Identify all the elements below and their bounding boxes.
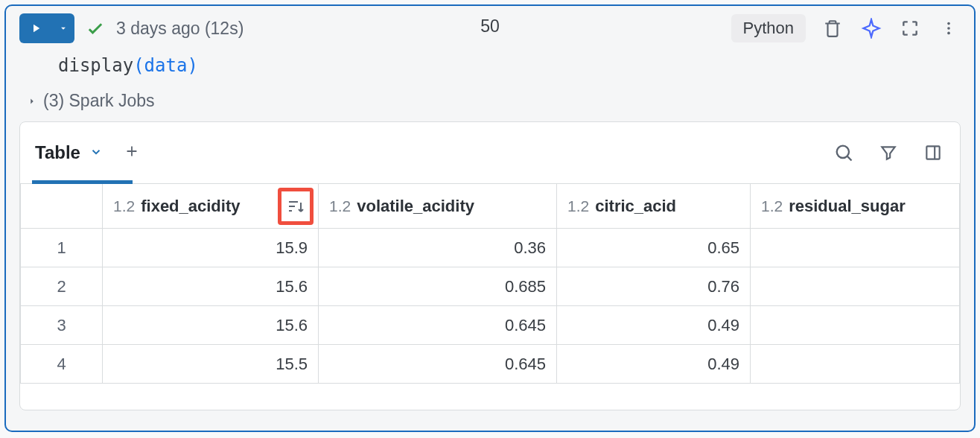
row-number: 4 <box>21 345 103 384</box>
search-button[interactable] <box>832 141 856 165</box>
svg-point-0 <box>947 22 950 25</box>
run-dropdown-button[interactable] <box>52 13 74 43</box>
output-panel: Table <box>19 121 961 410</box>
column-name: citric_acid <box>595 197 676 216</box>
filter-button[interactable] <box>876 141 900 165</box>
spark-jobs-label: (3) Spark Jobs <box>43 91 155 111</box>
cell-value[interactable] <box>751 267 960 306</box>
cell-value[interactable] <box>751 229 960 267</box>
table-row[interactable]: 3 15.6 0.645 0.49 <box>21 306 960 345</box>
cell-value[interactable]: 0.65 <box>557 229 751 267</box>
panel-icon <box>923 143 943 162</box>
expand-icon <box>900 19 920 38</box>
more-button[interactable] <box>937 16 961 40</box>
toolbar-right: Python <box>731 14 961 42</box>
cell-number: 50 <box>480 16 500 36</box>
chevron-down-icon <box>89 145 103 159</box>
column-header-volatile-acidity[interactable]: 1.2 volatile_acidity <box>319 184 557 229</box>
type-badge: 1.2 <box>329 197 351 215</box>
cell-value[interactable]: 15.6 <box>103 267 319 306</box>
search-icon <box>833 142 854 163</box>
svg-point-3 <box>837 146 849 158</box>
row-number: 1 <box>21 229 103 267</box>
sort-indicator-highlighted[interactable] <box>278 188 314 225</box>
row-number-header[interactable] <box>21 184 103 229</box>
tab-label: Table <box>35 142 80 163</box>
tab-table[interactable]: Table <box>35 122 103 183</box>
status-check <box>85 18 106 39</box>
code-paren-close: ) <box>187 55 197 76</box>
plus-icon <box>124 143 140 159</box>
cell-value[interactable] <box>751 345 960 384</box>
cell-value[interactable]: 0.49 <box>557 306 751 345</box>
spark-jobs-toggle[interactable]: (3) Spark Jobs <box>6 88 974 121</box>
data-table: 1.2 fixed_acidity 1.2 <box>20 183 960 384</box>
cell-value[interactable]: 15.6 <box>103 306 319 345</box>
row-number: 3 <box>21 306 103 345</box>
trash-icon <box>823 19 842 38</box>
cell-value[interactable]: 0.685 <box>319 267 557 306</box>
tab-dropdown[interactable] <box>89 142 103 163</box>
column-name: fixed_acidity <box>141 197 240 216</box>
run-timestamp: 3 days ago (12s) <box>116 19 244 39</box>
code-argument: data <box>144 55 188 76</box>
panel-button[interactable] <box>921 141 945 165</box>
cell-value[interactable] <box>751 306 960 345</box>
type-badge: 1.2 <box>113 197 135 215</box>
expand-button[interactable] <box>898 16 922 40</box>
type-badge: 1.2 <box>567 197 589 215</box>
svg-rect-4 <box>926 146 939 159</box>
cell-toolbar: 3 days ago (12s) 50 Python <box>6 6 974 49</box>
output-tabs: Table <box>20 122 960 183</box>
output-tools <box>832 141 945 165</box>
filter-icon <box>879 143 898 162</box>
caret-right-icon <box>27 96 37 107</box>
delete-button[interactable] <box>821 16 844 40</box>
column-header-residual-sugar[interactable]: 1.2 residual_sugar <box>751 184 960 229</box>
assistant-button[interactable] <box>859 16 883 40</box>
cell-value[interactable]: 0.645 <box>319 306 557 345</box>
cell-value[interactable]: 15.9 <box>103 229 319 267</box>
run-button[interactable] <box>19 13 52 43</box>
column-header-fixed-acidity[interactable]: 1.2 fixed_acidity <box>103 184 319 229</box>
svg-point-2 <box>947 32 950 35</box>
code-function: display <box>58 55 133 76</box>
code-paren-open: ( <box>133 55 144 76</box>
chevron-down-icon <box>58 23 69 34</box>
kebab-icon <box>941 20 957 36</box>
header-row: 1.2 fixed_acidity 1.2 <box>21 184 960 229</box>
table-row[interactable]: 1 15.9 0.36 0.65 <box>21 229 960 267</box>
add-tab-button[interactable] <box>124 143 140 162</box>
cell-value[interactable]: 0.76 <box>557 267 751 306</box>
cell-value[interactable]: 0.645 <box>319 345 557 384</box>
table-row[interactable]: 2 15.6 0.685 0.76 <box>21 267 960 306</box>
sparkle-icon <box>861 18 882 39</box>
row-number: 2 <box>21 267 103 306</box>
sort-desc-icon <box>286 197 305 215</box>
notebook-cell: 3 days ago (12s) 50 Python display(data) <box>4 4 976 432</box>
cell-value[interactable]: 0.49 <box>557 345 751 384</box>
column-name: residual_sugar <box>789 197 906 216</box>
type-badge: 1.2 <box>761 197 783 215</box>
column-name: volatile_acidity <box>357 197 474 216</box>
svg-point-1 <box>947 27 950 30</box>
check-icon <box>85 18 106 39</box>
cell-value[interactable]: 15.5 <box>103 345 319 384</box>
cell-value[interactable]: 0.36 <box>319 229 557 267</box>
table-row[interactable]: 4 15.5 0.645 0.49 <box>21 345 960 384</box>
run-button-group <box>19 13 74 43</box>
column-header-citric-acid[interactable]: 1.2 citric_acid <box>557 184 751 229</box>
language-selector[interactable]: Python <box>731 14 806 42</box>
play-icon <box>29 22 42 35</box>
code-content[interactable]: display(data) <box>6 49 974 88</box>
